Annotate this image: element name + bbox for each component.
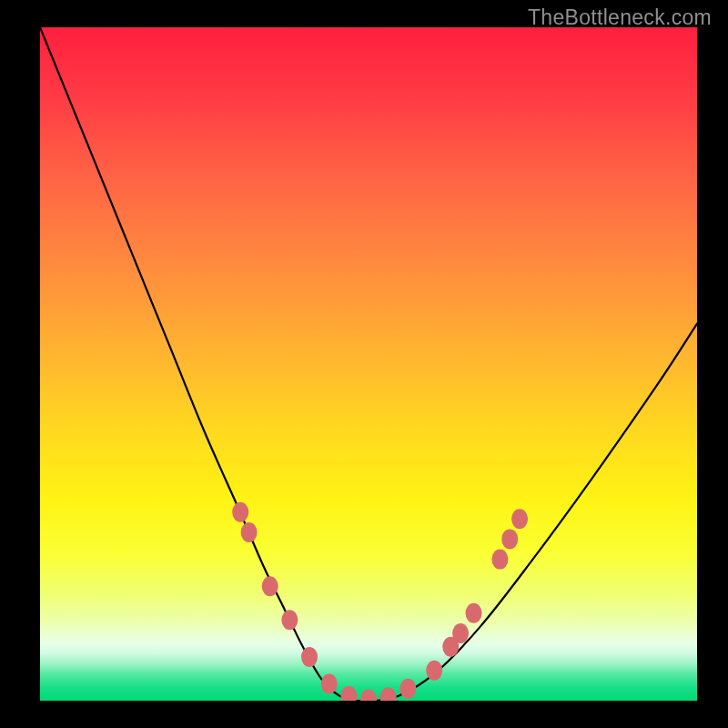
bottleneck-curve [40,27,697,701]
plot-area [40,27,697,701]
highlight-dot [360,690,377,701]
highlight-dot [281,610,298,630]
highlight-dot [340,686,357,701]
highlight-dot [426,661,442,681]
highlight-dot [511,509,528,529]
highlight-dot [399,679,416,699]
highlight-dot [232,502,248,522]
highlight-dot [491,550,508,570]
highlight-dot [380,687,397,701]
highlight-dot [321,674,338,694]
highlight-dot [452,623,469,643]
highlight-dot [241,522,258,542]
curve-layer [40,27,697,701]
highlight-dots [232,502,528,701]
highlight-dot [466,603,482,623]
highlight-dot [301,647,318,667]
highlight-dot [501,529,518,549]
watermark-text: TheBottleneck.com [528,5,712,30]
chart-frame: TheBottleneck.com [0,0,728,728]
highlight-dot [262,576,278,596]
